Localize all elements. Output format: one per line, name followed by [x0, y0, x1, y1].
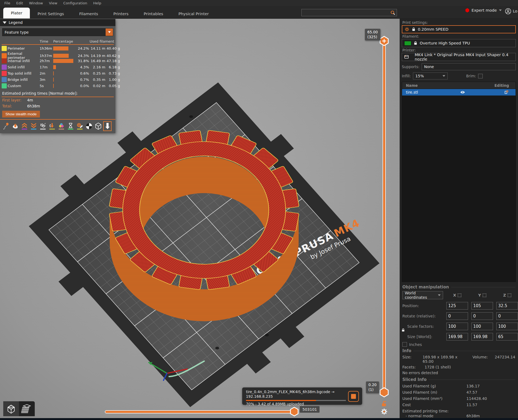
mode-selector[interactable]: Expert mode: [465, 8, 502, 12]
cancel-upload-button[interactable]: [348, 391, 359, 402]
position-y-input[interactable]: [471, 302, 493, 310]
legend-row-external-perimeter: External perimeter1h37m 24.3% 14.19 m40.…: [2, 52, 114, 58]
travels-icon[interactable]: [2, 121, 10, 131]
shells-icon[interactable]: [94, 121, 102, 131]
collapse-icon[interactable]: [3, 21, 7, 24]
lock-icon: [412, 27, 416, 31]
estimated-times-header: Estimated printing times [Normal mode]:: [2, 90, 114, 97]
legend-header[interactable]: Legend: [0, 19, 115, 26]
printer-combo[interactable]: MK4 Link * Original Prusa MK4 Input Shap…: [402, 53, 516, 61]
scale-z-input[interactable]: [496, 323, 518, 330]
axis-x-header: X: [446, 293, 468, 297]
tool-marker-icon[interactable]: [103, 121, 112, 131]
tab-filaments[interactable]: Filaments: [72, 9, 106, 18]
size-z-input[interactable]: [496, 333, 518, 341]
window-bottom-edge: [0, 418, 518, 420]
moves-slider-track[interactable]: [105, 410, 293, 413]
menu-help[interactable]: Help: [90, 1, 104, 5]
search-input[interactable]: [302, 11, 390, 15]
infill-select[interactable]: 15%: [413, 72, 448, 79]
menu-window[interactable]: Window: [26, 1, 46, 5]
slider-unlock-icon[interactable]: [381, 400, 388, 407]
position-z-input[interactable]: [496, 302, 518, 310]
used-filament-mm3: Used Filament (mm³)114428.40: [402, 396, 515, 401]
menu-configuration[interactable]: Configuration: [61, 1, 90, 5]
legend-row-top-solid-infill: Top solid infill2m 0.6% 0.25 m0.73 g: [2, 70, 114, 77]
object-manipulation-panel: World coordinates X Y Z Position: mm Rot…: [402, 291, 515, 341]
used-filament-m: Used Filament (m)47.57: [402, 390, 515, 394]
position-x-input[interactable]: [446, 302, 468, 310]
slider-gear-icon[interactable]: [380, 408, 388, 416]
percentage-bar: [53, 84, 54, 88]
tab-printables[interactable]: Printables: [136, 9, 171, 18]
scale-lock-icon[interactable]: [401, 328, 405, 332]
menu-edit[interactable]: Edit: [14, 1, 26, 5]
login-button[interactable]: Lo: [505, 8, 518, 15]
object-row-tire[interactable]: tire.stl: [402, 89, 516, 96]
scale-y-input[interactable]: [471, 323, 493, 330]
axis-icon: [483, 294, 486, 297]
tab-print-settings[interactable]: Print Settings: [30, 9, 71, 18]
filament-combo[interactable]: Overture High Speed TPU: [402, 39, 516, 47]
rotate-x-input[interactable]: [446, 312, 468, 320]
stop-icon: [351, 394, 356, 399]
estimated-time-label: Estimated printing time:: [402, 409, 515, 413]
moves-slider-handle[interactable]: [289, 406, 299, 417]
menu-bar: File Edit Window View Configuration Help: [0, 0, 518, 6]
layer-slider-track[interactable]: [383, 41, 386, 392]
layer-slider-top-handle[interactable]: [379, 36, 389, 46]
brim-label: Brim:: [466, 74, 476, 78]
position-label: Position:: [402, 304, 443, 308]
size-x-input[interactable]: [446, 333, 468, 341]
tab-physical-printer[interactable]: Physical Printer: [171, 9, 216, 18]
brim-checkbox[interactable]: [478, 74, 483, 78]
print-settings-combo[interactable]: 0.20mm SPEED: [402, 25, 516, 33]
supports-label: Supports:: [402, 65, 419, 69]
visibility-eye-icon[interactable]: [450, 90, 475, 94]
editing-column-header: Editing: [475, 83, 516, 88]
color-swatch: [2, 83, 7, 88]
color-swatch: [2, 71, 7, 76]
coordinates-select[interactable]: World coordinates: [402, 291, 443, 299]
tab-printers[interactable]: Printers: [106, 9, 136, 18]
supports-select[interactable]: None: [422, 63, 516, 70]
percentage-bar: [53, 46, 68, 50]
color-swatch: [2, 58, 7, 63]
axis-y-header: Y: [471, 293, 493, 297]
view-type-select[interactable]: Feature type: [2, 28, 113, 36]
col-percentage: Percentage: [53, 39, 89, 43]
tab-plater[interactable]: Plater: [3, 8, 30, 18]
custom-gcode-icon[interactable]: [75, 121, 84, 131]
percentage-bar: [53, 71, 54, 75]
rotate-y-input[interactable]: [471, 312, 493, 320]
layer-slider-bottom-handle[interactable]: [379, 387, 389, 398]
menu-file[interactable]: File: [2, 1, 13, 5]
mode-label: Expert mode: [472, 8, 497, 12]
object-list-header: Name Editing: [402, 82, 516, 89]
pause-prints-icon[interactable]: [66, 121, 75, 131]
rotate-z-input[interactable]: [496, 312, 518, 320]
preview-view-button[interactable]: [19, 401, 35, 416]
layer-slider-bottom-tooltip: 0.20(1): [366, 381, 379, 393]
show-stealth-mode-button[interactable]: Show stealth mode: [2, 111, 40, 117]
inches-checkbox[interactable]: [402, 342, 407, 347]
view-type-dropdown-button[interactable]: [106, 28, 113, 36]
wipe-icon[interactable]: [11, 121, 19, 131]
3d-editor-view-button[interactable]: [3, 401, 19, 416]
info-title: Info: [402, 348, 515, 353]
deretractions-icon[interactable]: [29, 121, 38, 131]
edit-object-icon[interactable]: [475, 90, 516, 94]
center-of-mass-icon[interactable]: [85, 121, 93, 131]
percentage-bar: [53, 78, 54, 82]
tool-changes-icon[interactable]: [48, 121, 56, 131]
cube-icon: [6, 403, 17, 414]
scale-x-input[interactable]: [446, 323, 468, 330]
color-changes-icon[interactable]: [57, 121, 65, 131]
menu-view[interactable]: View: [46, 1, 60, 5]
size-y-input[interactable]: [471, 333, 493, 341]
retractions-icon[interactable]: [20, 121, 29, 131]
filament-value: Overture High Speed TPU: [420, 41, 470, 45]
search-icon[interactable]: [390, 10, 397, 15]
view-mode-buttons: [3, 401, 35, 416]
seams-icon[interactable]: [39, 121, 47, 131]
